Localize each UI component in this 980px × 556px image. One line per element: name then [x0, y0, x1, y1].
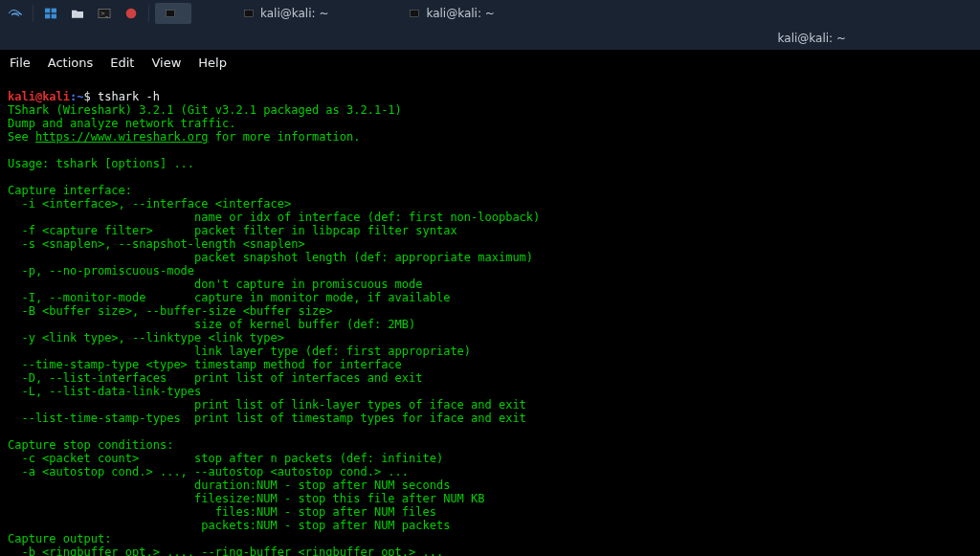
terminal-line	[8, 170, 14, 184]
terminal-line: -a <autostop cond.> ..., --autostop <aut…	[8, 465, 409, 478]
terminal-line: Capture stop conditions:	[8, 438, 173, 452]
prompt-host: kali	[42, 90, 70, 103]
terminal-line: --time-stamp-type <type> timestamp metho…	[8, 358, 402, 371]
menu-help[interactable]: Help	[198, 56, 227, 70]
svg-rect-7	[167, 11, 175, 17]
terminal-line: -D, --list-interfaces print list of inte…	[8, 371, 422, 385]
terminal-line: TShark (Wireshark) 3.2.1 (Git v3.2.1 pac…	[8, 103, 402, 117]
terminal-line: filesize:NUM - stop this file after NUM …	[8, 492, 485, 505]
menubar: File Actions Edit View Help	[0, 50, 980, 75]
svg-rect-9	[411, 11, 419, 17]
svg-rect-3	[52, 14, 56, 19]
menu-edit[interactable]: Edit	[110, 56, 134, 70]
terminal-line: files:NUM - stop after NUM files	[8, 505, 436, 519]
terminal-line: -L, --list-data-link-types	[8, 385, 201, 398]
terminal-line	[8, 144, 14, 157]
task-label: kali@kali: ~	[260, 7, 328, 20]
terminal-line: Capture output:	[8, 532, 111, 545]
terminal-line: -i <interface>, --interface <interface>	[8, 197, 291, 211]
svg-rect-8	[245, 11, 254, 17]
svg-rect-2	[45, 14, 50, 19]
prompt-path: ~	[77, 90, 83, 103]
terminal-line: --list-time-stamp-types print list of ti…	[8, 411, 526, 425]
svg-point-6	[126, 9, 137, 19]
terminal-line: -B <buffer size>, --buffer-size <buffer …	[8, 304, 333, 318]
terminal-line: -I, --monitor-mode capture in monitor mo…	[8, 291, 450, 304]
svg-text:>_: >_	[100, 10, 109, 17]
prompt-command: tshark -h	[91, 90, 160, 103]
terminal-line: Dump and analyze network traffic.	[8, 117, 235, 130]
terminal-line: link layer type (def: first appropriate)	[8, 345, 471, 358]
taskbar-task[interactable]: kali@kali: ~	[399, 3, 503, 24]
terminal-line	[8, 425, 14, 438]
terminal-line: size of kernel buffer (def: 2MB)	[8, 318, 415, 331]
menu-file[interactable]: File	[10, 56, 31, 70]
terminal-launcher-icon[interactable]: >_	[93, 3, 116, 24]
terminal-link[interactable]: https://www.wireshark.org	[35, 130, 209, 144]
svg-rect-1	[52, 9, 56, 13]
menu-view[interactable]: View	[151, 56, 181, 70]
window-title-text: kali@kali: ~	[778, 32, 846, 45]
terminal-line: for more information.	[209, 130, 361, 144]
prompt-sigil: $	[84, 90, 91, 103]
prompt-user: kali	[8, 90, 35, 103]
task-label: kali@kali: ~	[426, 7, 494, 20]
separator	[33, 5, 33, 22]
terminal-line: -y <link type>, --linktype <link type>	[8, 331, 284, 345]
terminal-line: -f <capture filter> packet filter in lib…	[8, 224, 457, 237]
terminal-line: don't capture in promiscuous mode	[8, 278, 422, 291]
kali-menu-icon[interactable]	[4, 3, 27, 24]
svg-rect-0	[45, 9, 50, 13]
file-manager-icon[interactable]	[66, 3, 89, 24]
terminal-line: -b <ringbuffer opt.> ..., --ring-buffer …	[8, 545, 443, 556]
window-titlebar[interactable]: kali@kali: ~	[0, 27, 980, 50]
terminal-line: print list of link-layer types of iface …	[8, 398, 526, 411]
terminal-line: Usage: tshark [options] ...	[8, 157, 194, 170]
terminal-line: packets:NUM - stop after NUM packets	[8, 519, 450, 532]
terminal-line: packet snapshot length (def: appropriate…	[8, 251, 533, 264]
terminal-line: -c <packet count> stop after n packets (…	[8, 452, 443, 465]
terminal-line: See	[8, 130, 35, 144]
terminal-line: duration:NUM - stop after NUM seconds	[8, 478, 450, 492]
terminal-line: -p, --no-promiscuous-mode	[8, 264, 194, 278]
terminal-line: Capture interface:	[8, 184, 132, 197]
terminal-line: -s <snaplen>, --snapshot-length <snaplen…	[8, 237, 305, 251]
taskbar-task-active[interactable]	[155, 3, 191, 24]
taskbar-task[interactable]: kali@kali: ~	[234, 3, 338, 24]
show-desktop-icon[interactable]	[39, 3, 62, 24]
terminal-output[interactable]: kali@kali:~$ tshark -h TShark (Wireshark…	[0, 75, 980, 556]
menu-actions[interactable]: Actions	[48, 56, 94, 70]
taskbar: >_ kali@kali: ~ kali@kali: ~	[0, 0, 980, 27]
separator	[148, 5, 149, 22]
app-launcher-icon[interactable]	[120, 3, 143, 24]
terminal-line: name or idx of interface (def: first non…	[8, 211, 540, 224]
